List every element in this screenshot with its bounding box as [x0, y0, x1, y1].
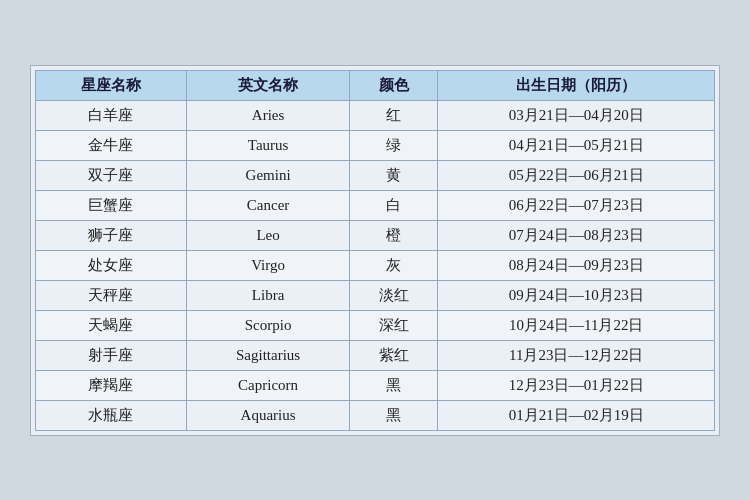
- cell-english-name: Scorpio: [186, 310, 349, 340]
- cell-dates: 03月21日—04月20日: [438, 100, 715, 130]
- cell-color: 紫红: [350, 340, 438, 370]
- cell-color: 红: [350, 100, 438, 130]
- cell-english-name: Cancer: [186, 190, 349, 220]
- cell-english-name: Libra: [186, 280, 349, 310]
- cell-chinese-name: 天秤座: [36, 280, 187, 310]
- cell-dates: 06月22日—07月23日: [438, 190, 715, 220]
- table-row: 双子座Gemini黄05月22日—06月21日: [36, 160, 715, 190]
- header-dates: 出生日期（阳历）: [438, 70, 715, 100]
- table-body: 白羊座Aries红03月21日—04月20日金牛座Taurus绿04月21日—0…: [36, 100, 715, 430]
- table-row: 射手座Sagittarius紫红11月23日—12月22日: [36, 340, 715, 370]
- cell-dates: 05月22日—06月21日: [438, 160, 715, 190]
- cell-color: 灰: [350, 250, 438, 280]
- cell-chinese-name: 射手座: [36, 340, 187, 370]
- cell-color: 绿: [350, 130, 438, 160]
- cell-chinese-name: 狮子座: [36, 220, 187, 250]
- cell-color: 白: [350, 190, 438, 220]
- cell-color: 淡红: [350, 280, 438, 310]
- cell-dates: 09月24日—10月23日: [438, 280, 715, 310]
- cell-color: 黑: [350, 400, 438, 430]
- cell-color: 深红: [350, 310, 438, 340]
- table-row: 水瓶座Aquarius黑01月21日—02月19日: [36, 400, 715, 430]
- table-row: 狮子座Leo橙07月24日—08月23日: [36, 220, 715, 250]
- table-row: 处女座Virgo灰08月24日—09月23日: [36, 250, 715, 280]
- cell-chinese-name: 巨蟹座: [36, 190, 187, 220]
- cell-chinese-name: 双子座: [36, 160, 187, 190]
- cell-dates: 10月24日—11月22日: [438, 310, 715, 340]
- header-chinese-name: 星座名称: [36, 70, 187, 100]
- table-row: 摩羯座Capricorn黑12月23日—01月22日: [36, 370, 715, 400]
- cell-dates: 01月21日—02月19日: [438, 400, 715, 430]
- cell-english-name: Virgo: [186, 250, 349, 280]
- table-header-row: 星座名称 英文名称 颜色 出生日期（阳历）: [36, 70, 715, 100]
- table-row: 白羊座Aries红03月21日—04月20日: [36, 100, 715, 130]
- cell-chinese-name: 白羊座: [36, 100, 187, 130]
- cell-dates: 07月24日—08月23日: [438, 220, 715, 250]
- cell-english-name: Capricorn: [186, 370, 349, 400]
- table-row: 天蝎座Scorpio深红10月24日—11月22日: [36, 310, 715, 340]
- table-row: 天秤座Libra淡红09月24日—10月23日: [36, 280, 715, 310]
- cell-color: 黑: [350, 370, 438, 400]
- cell-color: 黄: [350, 160, 438, 190]
- cell-english-name: Sagittarius: [186, 340, 349, 370]
- cell-english-name: Aquarius: [186, 400, 349, 430]
- cell-chinese-name: 水瓶座: [36, 400, 187, 430]
- zodiac-table-container: 星座名称 英文名称 颜色 出生日期（阳历） 白羊座Aries红03月21日—04…: [30, 65, 720, 436]
- zodiac-table: 星座名称 英文名称 颜色 出生日期（阳历） 白羊座Aries红03月21日—04…: [35, 70, 715, 431]
- cell-english-name: Taurus: [186, 130, 349, 160]
- header-english-name: 英文名称: [186, 70, 349, 100]
- cell-chinese-name: 天蝎座: [36, 310, 187, 340]
- cell-dates: 11月23日—12月22日: [438, 340, 715, 370]
- cell-chinese-name: 摩羯座: [36, 370, 187, 400]
- table-row: 巨蟹座Cancer白06月22日—07月23日: [36, 190, 715, 220]
- cell-chinese-name: 金牛座: [36, 130, 187, 160]
- table-row: 金牛座Taurus绿04月21日—05月21日: [36, 130, 715, 160]
- cell-color: 橙: [350, 220, 438, 250]
- cell-dates: 12月23日—01月22日: [438, 370, 715, 400]
- cell-dates: 04月21日—05月21日: [438, 130, 715, 160]
- cell-dates: 08月24日—09月23日: [438, 250, 715, 280]
- cell-english-name: Gemini: [186, 160, 349, 190]
- header-color: 颜色: [350, 70, 438, 100]
- cell-english-name: Aries: [186, 100, 349, 130]
- cell-english-name: Leo: [186, 220, 349, 250]
- cell-chinese-name: 处女座: [36, 250, 187, 280]
